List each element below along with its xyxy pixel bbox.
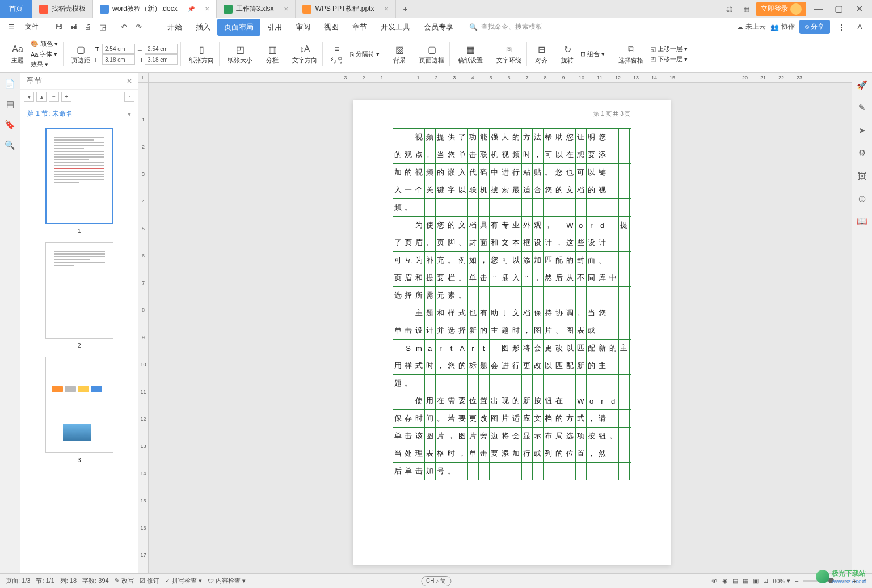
expand-button[interactable]: ▾ — [24, 92, 34, 102]
status-content-check[interactable]: 🛡内容检查 ▾ — [208, 577, 246, 585]
page-thumbnail-3[interactable] — [45, 357, 113, 453]
eye-icon[interactable]: 👁 — [711, 578, 718, 585]
tab-templates[interactable]: 找稻壳模板 — [32, 0, 93, 18]
close-button[interactable]: ✕ — [850, 2, 867, 16]
status-edit-mode[interactable]: ✎改写 — [115, 577, 134, 585]
close-panel-icon[interactable]: ✕ — [127, 77, 132, 85]
text-direction-button[interactable]: ↕A文字方向 — [290, 43, 319, 66]
undo-icon[interactable]: ↶ — [117, 20, 130, 34]
status-words[interactable]: 字数: 394 — [82, 577, 108, 585]
collapse-button[interactable]: ▴ — [36, 92, 47, 102]
minimize-button[interactable]: — — [810, 2, 827, 16]
status-section[interactable]: 节: 1/1 — [36, 577, 54, 585]
more-icon[interactable]: ⋮ — [835, 20, 848, 34]
view-outline-icon[interactable]: ▣ — [753, 577, 759, 585]
font-button[interactable]: Aa字体 ▾ — [28, 49, 60, 59]
file-menu[interactable]: 文件 — [19, 22, 44, 32]
breaks-button[interactable]: ⎘分隔符 ▾ — [348, 49, 382, 59]
pen-icon[interactable]: ✎ — [856, 101, 869, 115]
document-scroll[interactable]: 第 1 页 共 3 页 视频提供了功能强大的方法帮助您证明您的观点。当您单击联机… — [149, 83, 852, 573]
fit-width-icon[interactable]: ⊡ — [763, 577, 768, 585]
add-button[interactable]: + — [61, 92, 71, 102]
menu-icon[interactable]: ☰ — [5, 20, 18, 34]
horizontal-ruler[interactable]: 32112345678910111213141520212223 — [149, 73, 852, 83]
print-icon[interactable]: 🖨 — [81, 20, 95, 34]
bring-forward-button[interactable]: ◱上移一层 ▾ — [648, 44, 690, 54]
theme-button[interactable]: Aa主题 — [9, 43, 26, 66]
tab-member[interactable]: 会员专享 — [417, 19, 460, 36]
share-button[interactable]: ⎋ 分享 — [799, 20, 830, 34]
tab-review[interactable]: 审阅 — [289, 19, 317, 36]
page-thumbnail-1[interactable] — [45, 128, 113, 224]
text-wrap-button[interactable]: ⧈文字环绕 — [494, 43, 524, 66]
close-icon[interactable]: ✕ — [384, 6, 389, 12]
status-track[interactable]: ☑修订 — [140, 577, 159, 585]
tab-home[interactable]: 首页 — [0, 0, 32, 18]
select-pane-button[interactable]: ⧉选择窗格 — [616, 43, 646, 66]
line-number-button[interactable]: ≡行号 — [328, 43, 346, 66]
right-margin-input[interactable] — [145, 54, 178, 65]
margin-button[interactable]: ▢页边距 — [69, 43, 92, 66]
command-search[interactable]: 🔍 查找命令、搜索模板 — [469, 22, 542, 32]
cloud-status[interactable]: ☁未上云 — [736, 22, 766, 32]
tab-excel[interactable]: 工作簿3.xlsx✕ — [217, 0, 296, 18]
ruler-corner[interactable]: L — [138, 73, 149, 83]
bottom-margin-input[interactable] — [145, 44, 178, 54]
pin-icon[interactable]: 📌 — [188, 6, 195, 12]
bookmark-icon[interactable]: 🔖 — [3, 118, 17, 132]
apps-icon[interactable]: ▦ — [739, 2, 753, 16]
status-spell[interactable]: ✓拼写检查 ▾ — [165, 577, 202, 585]
tab-view[interactable]: 视图 — [317, 19, 346, 36]
login-button[interactable]: 立即登录 — [756, 2, 806, 16]
save-as-icon[interactable]: 🖬 — [66, 20, 80, 34]
close-icon[interactable]: ✕ — [205, 6, 209, 12]
color-button[interactable]: 🎨颜色 ▾ — [28, 39, 60, 49]
sections-icon[interactable]: ▤ — [3, 98, 17, 111]
tab-start[interactable]: 开始 — [161, 19, 189, 36]
collapse-ribbon-icon[interactable]: ᐱ — [853, 20, 866, 34]
tab-insert[interactable]: 插入 — [189, 19, 217, 36]
settings-icon[interactable]: ⚙ — [856, 146, 869, 160]
rocket-icon[interactable]: 🚀 — [856, 78, 869, 92]
tab-ppt[interactable]: WPS PPT教程.pptx✕ — [296, 0, 396, 18]
page-border-button[interactable]: ▢页面边框 — [417, 43, 446, 66]
remove-button[interactable]: − — [49, 92, 59, 102]
tab-dev-tools[interactable]: 开发工具 — [374, 19, 417, 36]
tab-references[interactable]: 引用 — [260, 19, 289, 36]
align-button[interactable]: ⊟对齐 — [533, 43, 550, 66]
zoom-level[interactable]: 80% ▾ — [773, 577, 790, 585]
status-line[interactable]: 列: 18 — [60, 577, 77, 585]
group-button[interactable]: ⊞组合 ▾ — [578, 49, 607, 59]
columns-button[interactable]: ▥分栏 — [264, 43, 281, 66]
top-margin-input[interactable] — [102, 44, 135, 54]
image-icon[interactable]: 🖼 — [856, 169, 869, 183]
tab-sections[interactable]: 章节 — [346, 19, 374, 36]
manuscript-button[interactable]: ▦稿纸设置 — [456, 43, 485, 66]
tab-page-layout[interactable]: 页面布局 — [217, 19, 260, 36]
page-1[interactable]: 第 1 页 共 3 页 视频提供了功能强大的方法帮助您证明您的观点。当您单击联机… — [353, 100, 671, 565]
more-button[interactable]: ⋮ — [124, 92, 134, 102]
maximize-button[interactable]: ▢ — [830, 2, 847, 16]
view-web-icon[interactable]: ▦ — [743, 577, 748, 585]
status-page[interactable]: 页面: 1/3 — [6, 577, 30, 585]
outline-icon[interactable]: 📄 — [3, 77, 17, 91]
search-icon[interactable]: 🔍 — [3, 138, 17, 152]
left-margin-input[interactable] — [102, 54, 135, 65]
save-icon[interactable]: 🖫 — [52, 20, 65, 34]
background-button[interactable]: ▨背景 — [391, 43, 408, 66]
close-icon[interactable]: ✕ — [284, 6, 288, 12]
reading-mode-icon[interactable]: ⿻ — [722, 2, 736, 16]
redo-icon[interactable]: ↷ — [132, 20, 145, 34]
print-preview-icon[interactable]: ◲ — [96, 20, 109, 34]
send-backward-button[interactable]: ◰下移一层 ▾ — [648, 54, 690, 64]
paper-size-button[interactable]: ◰纸张大小 — [225, 43, 255, 66]
collab-button[interactable]: 👥协作 — [770, 22, 795, 32]
focus-icon[interactable]: ◉ — [722, 577, 728, 585]
ime-indicator[interactable]: CH ♪ 简 — [421, 576, 451, 586]
book-icon[interactable]: 📖 — [856, 214, 869, 228]
vertical-ruler[interactable]: 1234567891011121314151617 — [138, 83, 149, 573]
cursor-icon[interactable]: ➤ — [856, 124, 869, 137]
effect-button[interactable]: 效果 ▾ — [28, 60, 60, 69]
page-thumbnail-2[interactable] — [45, 242, 113, 339]
target-icon[interactable]: ◎ — [856, 192, 869, 205]
